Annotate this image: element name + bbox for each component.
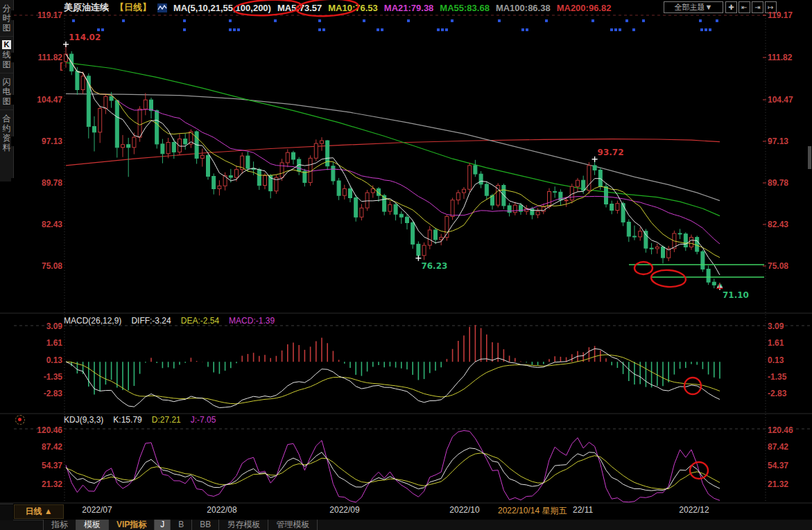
time-tick: 2022/12: [670, 505, 718, 515]
tab-bb[interactable]: BB: [192, 520, 219, 530]
ma21-value: MA21:79.38: [384, 3, 434, 13]
chart-header: 美原油连续 【日线】 MA(5,10,21,55,100,200) MA5:73…: [64, 1, 611, 15]
selected-date-label: 2022/10/14 星期五: [498, 505, 574, 517]
tab-manage-templates[interactable]: 管理模板: [268, 520, 318, 530]
tab-templates[interactable]: 模板: [76, 520, 109, 530]
right-scrollbar-thumb[interactable]: [808, 146, 811, 169]
kdj-tick-right: 54.37: [768, 461, 809, 470]
price-tick-right: 104.47: [768, 95, 809, 105]
ma200-value: MA200:96.82: [557, 3, 612, 13]
time-tick: 2022/10: [440, 505, 489, 515]
tab-vip-indicators[interactable]: VIP指标: [109, 520, 155, 530]
macd-name: MACD(26,12,9): [64, 316, 121, 326]
instrument-title: 美原油连续: [64, 1, 109, 14]
price-tick-left: 104.47: [11, 95, 62, 105]
trading-app-window: 114.0293.7276.2371.10⊥ 美原油连续 【日线】 MA(5,1…: [0, 0, 812, 530]
kdj-tick-left: 21.32: [11, 479, 62, 489]
macd-tick-right: 0.13: [768, 355, 809, 365]
macd-diff-value: DIFF:-3.24: [131, 316, 171, 326]
kdj-k-value: K:15.79: [113, 415, 141, 425]
ma-indicator-icon[interactable]: [157, 3, 167, 12]
macd-tick-left: -1.35: [11, 372, 62, 382]
active-tab-badge: K: [2, 40, 11, 49]
macd-tick-right: 3.09: [768, 321, 809, 331]
macd-tick-right: 1.61: [768, 338, 809, 348]
price-tick-left: 82.43: [11, 220, 62, 229]
kdj-tick-right: 87.42: [768, 442, 809, 452]
svg-text:114.02: 114.02: [69, 33, 101, 42]
svg-text:93.72: 93.72: [598, 148, 624, 157]
kdj-tick-left: 87.42: [11, 442, 62, 452]
ma5-value: MA5:73.57: [277, 3, 322, 13]
sidebar-item-contract-info[interactable]: 合约资料: [0, 110, 13, 156]
ma-param-label: MA(5,10,21,55,100,200): [173, 3, 271, 13]
svg-text:71.10: 71.10: [723, 290, 749, 300]
tab-j[interactable]: J: [155, 520, 171, 530]
svg-text:76.23: 76.23: [421, 261, 447, 271]
kdj-tick-left: 54.37: [11, 461, 62, 470]
time-tick: 2022/07: [73, 505, 121, 515]
themes-dropdown-button[interactable]: 全部主题▼: [664, 1, 723, 13]
chart-type-sidebar: 分时图 K 线图 闪电图 合约资料: [0, 0, 14, 182]
macd-tick-left: 0.13: [11, 355, 62, 365]
macd-tick-left: 3.09: [11, 321, 62, 331]
ma55-value: MA55:83.68: [440, 3, 490, 13]
macd-tick-right: -2.83: [768, 389, 809, 398]
price-tick-right: 111.82: [768, 53, 809, 62]
tab-b[interactable]: B: [171, 520, 192, 530]
time-tick-partial: 22/11: [573, 505, 601, 515]
kdj-tick-left: 120.46: [11, 425, 62, 435]
bottom-tabbar: 指标 模板 VIP指标 J B BB 另存模板 管理模板: [43, 520, 812, 530]
macd-tick-left: 1.61: [11, 338, 62, 348]
indicator-flag-icon[interactable]: [15, 415, 25, 425]
kdj-legend: KDJ(9,3,3) K:15.79 D:27.21 J:-7.05: [64, 415, 216, 425]
time-tick: 2022/09: [320, 505, 369, 515]
price-tick-right: 119.17: [768, 10, 809, 20]
period-tag: 【日线】: [115, 1, 151, 14]
macd-tick-right: -1.35: [768, 372, 809, 382]
macd-macd-value: MACD:-1.39: [229, 316, 275, 326]
price-tick-left: 119.17: [11, 10, 62, 20]
compress-right-icon[interactable]: ⇥: [752, 1, 763, 13]
price-tick-left: 89.78: [11, 178, 62, 188]
price-tick-left: 111.82: [11, 53, 62, 62]
price-tick-left: 97.13: [11, 136, 62, 146]
right-axis-tickmarks: [763, 15, 766, 266]
kdj-d-value: D:27.21: [152, 415, 181, 425]
kdj-tick-right: 120.46: [768, 425, 809, 435]
compress-left-icon[interactable]: ⇤: [738, 1, 750, 13]
kdj-tick-right: 21.32: [768, 479, 809, 489]
svg-text:⊥: ⊥: [716, 281, 723, 291]
price-tick-right: 97.13: [768, 136, 809, 146]
bottom-corner-square: [0, 504, 13, 520]
price-tick-right: 82.43: [768, 220, 809, 229]
tab-indicators[interactable]: 指标: [44, 520, 76, 530]
price-tick-right: 89.78: [768, 178, 809, 188]
chart-canvas[interactable]: 114.0293.7276.2371.10⊥: [0, 0, 812, 530]
pan-icon[interactable]: ✚: [725, 1, 737, 13]
kdj-j-value: J:-7.05: [191, 415, 216, 425]
ma10-value: MA10:76.53: [328, 3, 378, 13]
macd-tick-left: -2.83: [11, 389, 62, 398]
price-tick-right: 75.08: [768, 261, 809, 271]
macd-dea-value: DEA:-2.54: [181, 316, 219, 326]
kdj-name: KDJ(9,3,3): [64, 415, 103, 425]
price-tick-left: 75.08: [11, 261, 62, 271]
tab-save-template[interactable]: 另存模板: [219, 520, 268, 530]
ma100-value: MA100:86.38: [496, 3, 551, 13]
time-tick: 2022/08: [198, 505, 246, 515]
macd-legend: MACD(26,12,9) DIFF:-3.24 DEA:-2.54 MACD:…: [64, 316, 275, 326]
sidebar-item-tick-chart[interactable]: 闪电图: [0, 73, 13, 110]
period-selector[interactable]: 日线 ▲: [14, 504, 64, 519]
axis-anchor-bracket: [: [60, 60, 62, 71]
